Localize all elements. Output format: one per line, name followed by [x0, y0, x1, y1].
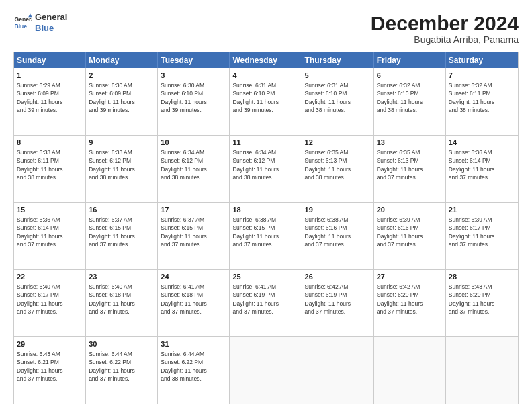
cell-empty-1 — [230, 337, 302, 404]
cal-row-5: 29 Sunrise: 6:43 AMSunset: 6:21 PMDaylig… — [14, 336, 518, 404]
cell-3: 3 Sunrise: 6:30 AMSunset: 6:10 PMDayligh… — [158, 68, 230, 135]
cell-text: Sunrise: 6:37 AMSunset: 6:15 PMDaylight:… — [89, 216, 135, 248]
day-num: 28 — [449, 272, 515, 282]
cell-text: Sunrise: 6:29 AMSunset: 6:09 PMDaylight:… — [17, 82, 63, 113]
cell-text: Sunrise: 6:35 AMSunset: 6:13 PMDaylight:… — [377, 149, 423, 181]
calendar-header: Sunday Monday Tuesday Wednesday Thursday… — [14, 52, 518, 68]
cell-empty-4 — [446, 337, 518, 404]
cell-text: Sunrise: 6:37 AMSunset: 6:15 PMDaylight:… — [161, 216, 207, 248]
cell-19: 19 Sunrise: 6:38 AMSunset: 6:16 PMDaylig… — [302, 203, 374, 269]
day-num: 10 — [161, 138, 226, 148]
title-block: December 2024 Bugabita Arriba, Panama — [371, 12, 519, 45]
cell-31: 31 Sunrise: 6:44 AMSunset: 6:22 PMDaylig… — [158, 337, 230, 404]
header-saturday: Saturday — [446, 52, 518, 68]
day-num: 7 — [449, 71, 515, 81]
day-num: 1 — [17, 71, 83, 81]
day-num: 6 — [377, 71, 443, 81]
cell-text: Sunrise: 6:38 AMSunset: 6:15 PMDaylight:… — [232, 216, 279, 248]
cell-text: Sunrise: 6:36 AMSunset: 6:14 PMDaylight:… — [17, 216, 63, 248]
cell-28: 28 Sunrise: 6:43 AMSunset: 6:20 PMDaylig… — [446, 270, 518, 336]
cell-text: Sunrise: 6:39 AMSunset: 6:17 PMDaylight:… — [449, 216, 495, 248]
header-wednesday: Wednesday — [230, 52, 302, 68]
day-num: 22 — [17, 272, 83, 282]
logo: General Blue General Blue — [13, 12, 67, 33]
cell-15: 15 Sunrise: 6:36 AMSunset: 6:14 PMDaylig… — [14, 203, 86, 269]
cell-text: Sunrise: 6:31 AMSunset: 6:10 PMDaylight:… — [305, 82, 351, 113]
header-monday: Monday — [86, 52, 158, 68]
cell-14: 14 Sunrise: 6:36 AMSunset: 6:14 PMDaylig… — [446, 136, 518, 202]
cell-text: Sunrise: 6:30 AMSunset: 6:09 PMDaylight:… — [89, 82, 135, 113]
cell-27: 27 Sunrise: 6:42 AMSunset: 6:20 PMDaylig… — [374, 270, 446, 336]
cell-9: 9 Sunrise: 6:33 AMSunset: 6:12 PMDayligh… — [86, 136, 158, 202]
day-num: 20 — [377, 205, 443, 215]
cell-12: 12 Sunrise: 6:35 AMSunset: 6:13 PMDaylig… — [302, 136, 374, 202]
cell-2: 2 Sunrise: 6:30 AMSunset: 6:09 PMDayligh… — [86, 68, 158, 135]
cell-5: 5 Sunrise: 6:31 AMSunset: 6:10 PMDayligh… — [302, 68, 374, 135]
cell-26: 26 Sunrise: 6:42 AMSunset: 6:19 PMDaylig… — [302, 270, 374, 336]
day-num: 31 — [161, 339, 226, 349]
cell-text: Sunrise: 6:32 AMSunset: 6:10 PMDaylight:… — [377, 82, 423, 113]
logo-text-blue: Blue — [35, 23, 67, 34]
cell-text: Sunrise: 6:41 AMSunset: 6:18 PMDaylight:… — [161, 283, 207, 315]
header: General Blue General Blue December 2024 … — [13, 12, 519, 45]
cell-text: Sunrise: 6:35 AMSunset: 6:13 PMDaylight:… — [305, 149, 351, 181]
day-num: 21 — [449, 205, 515, 215]
cell-17: 17 Sunrise: 6:37 AMSunset: 6:15 PMDaylig… — [158, 203, 230, 269]
day-num: 11 — [232, 138, 298, 148]
header-friday: Friday — [374, 52, 446, 68]
cell-empty-3 — [374, 337, 446, 404]
cell-text: Sunrise: 6:41 AMSunset: 6:19 PMDaylight:… — [232, 283, 279, 315]
cell-11: 11 Sunrise: 6:34 AMSunset: 6:12 PMDaylig… — [230, 136, 302, 202]
cell-24: 24 Sunrise: 6:41 AMSunset: 6:18 PMDaylig… — [158, 270, 230, 336]
day-num: 23 — [89, 272, 154, 282]
day-num: 13 — [377, 138, 443, 148]
day-num: 19 — [305, 205, 371, 215]
day-num: 24 — [161, 272, 226, 282]
day-num: 12 — [305, 138, 371, 148]
cell-text: Sunrise: 6:34 AMSunset: 6:12 PMDaylight:… — [161, 149, 207, 181]
logo-icon: General Blue — [13, 13, 32, 32]
day-num: 9 — [89, 138, 154, 148]
page: General Blue General Blue December 2024 … — [0, 0, 532, 411]
cell-text: Sunrise: 6:31 AMSunset: 6:10 PMDaylight:… — [232, 82, 279, 113]
cell-text: Sunrise: 6:34 AMSunset: 6:12 PMDaylight:… — [232, 149, 279, 181]
cell-text: Sunrise: 6:43 AMSunset: 6:20 PMDaylight:… — [449, 283, 495, 315]
header-thursday: Thursday — [302, 52, 374, 68]
day-num: 14 — [449, 138, 515, 148]
day-num: 17 — [161, 205, 226, 215]
day-num: 4 — [232, 71, 298, 81]
header-tuesday: Tuesday — [158, 52, 230, 68]
cell-13: 13 Sunrise: 6:35 AMSunset: 6:13 PMDaylig… — [374, 136, 446, 202]
cal-row-4: 22 Sunrise: 6:40 AMSunset: 6:17 PMDaylig… — [14, 269, 518, 336]
cell-text: Sunrise: 6:30 AMSunset: 6:10 PMDaylight:… — [161, 82, 207, 113]
cell-text: Sunrise: 6:33 AMSunset: 6:12 PMDaylight:… — [89, 149, 135, 181]
cell-text: Sunrise: 6:42 AMSunset: 6:19 PMDaylight:… — [305, 283, 351, 315]
cal-row-3: 15 Sunrise: 6:36 AMSunset: 6:14 PMDaylig… — [14, 202, 518, 269]
cell-text: Sunrise: 6:44 AMSunset: 6:22 PMDaylight:… — [89, 351, 135, 382]
cell-10: 10 Sunrise: 6:34 AMSunset: 6:12 PMDaylig… — [158, 136, 230, 202]
month-title: December 2024 — [371, 12, 519, 34]
cell-29: 29 Sunrise: 6:43 AMSunset: 6:21 PMDaylig… — [14, 337, 86, 404]
day-num: 30 — [89, 339, 154, 349]
cell-18: 18 Sunrise: 6:38 AMSunset: 6:15 PMDaylig… — [230, 203, 302, 269]
cell-text: Sunrise: 6:43 AMSunset: 6:21 PMDaylight:… — [17, 351, 63, 382]
day-num: 5 — [305, 71, 371, 81]
calendar-body: 1 Sunrise: 6:29 AMSunset: 6:09 PMDayligh… — [14, 68, 518, 404]
day-num: 25 — [232, 272, 298, 282]
cell-text: Sunrise: 6:40 AMSunset: 6:18 PMDaylight:… — [89, 283, 135, 315]
cell-16: 16 Sunrise: 6:37 AMSunset: 6:15 PMDaylig… — [86, 203, 158, 269]
cell-8: 8 Sunrise: 6:33 AMSunset: 6:11 PMDayligh… — [14, 136, 86, 202]
cell-text: Sunrise: 6:44 AMSunset: 6:22 PMDaylight:… — [161, 351, 207, 382]
svg-text:Blue: Blue — [15, 22, 28, 29]
day-num: 2 — [89, 71, 154, 81]
day-num: 26 — [305, 272, 371, 282]
cell-text: Sunrise: 6:40 AMSunset: 6:17 PMDaylight:… — [17, 283, 63, 315]
cell-text: Sunrise: 6:38 AMSunset: 6:16 PMDaylight:… — [305, 216, 351, 248]
day-num: 8 — [17, 138, 83, 148]
cal-row-1: 1 Sunrise: 6:29 AMSunset: 6:09 PMDayligh… — [14, 68, 518, 135]
day-num: 3 — [161, 71, 226, 81]
header-sunday: Sunday — [14, 52, 86, 68]
cal-row-2: 8 Sunrise: 6:33 AMSunset: 6:11 PMDayligh… — [14, 135, 518, 202]
day-num: 29 — [17, 339, 83, 349]
day-num: 27 — [377, 272, 443, 282]
